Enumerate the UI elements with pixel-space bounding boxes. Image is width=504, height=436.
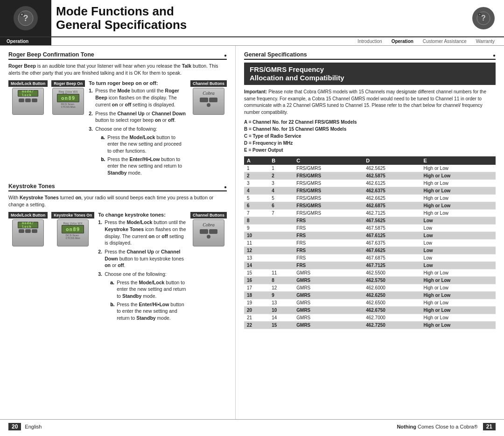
keystroke-instructions: To change keystroke tones: 1.Press the M… [98, 212, 187, 323]
device-label-k1: Mode/Lock Button [8, 212, 48, 218]
table-row: 44FRS/GMRS462.6375High or Low [244, 187, 496, 195]
radio-display-3: Cobra [193, 88, 224, 115]
device-channel-buttons-1: Channel Buttons Cobra [190, 80, 227, 115]
radio-display-k2: Reg ))Vox WX on89 DCS ScanCTCSS Mon [57, 219, 89, 246]
step-3: 3.Choose one of the following: a.Press t… [89, 126, 187, 176]
left-column: Roger Beep Confirmation Tone Roger Beep … [0, 46, 236, 419]
k-step-3: 3.Choose one of the following: a.Press t… [98, 271, 187, 322]
k-sub-b: b.Press the Enter/Hi•Low button to enter… [110, 301, 187, 322]
table-row: 8FRS467.5625Low [244, 217, 496, 225]
col-b-header: B [269, 156, 294, 165]
col-a-header: A [244, 156, 269, 165]
device-label-1: Mode/Lock Button [8, 80, 48, 87]
table-row: 12FRS467.6625Low [244, 247, 496, 254]
nav-customer[interactable]: Customer Assistance [418, 39, 471, 44]
right-column: General Specifications FRS/GMRS Frequenc… [236, 46, 504, 419]
table-row: 1712GMRS462.6000High or Low [244, 284, 496, 292]
table-row: 2010GMRS462.6750High or Low [244, 307, 496, 314]
roger-beep-sub-steps: a.Press the Mode/Lock button to enter th… [95, 134, 187, 176]
radio-display-2: Reg ))Vox WX on89 DCS ScanCTCSS Mon [52, 88, 84, 115]
roger-beep-instruction-title: To turn roger beep on or off: [89, 80, 187, 86]
svg-point-7 [479, 14, 481, 15]
radio-display-1: mode/lock [12, 88, 44, 115]
table-row: 55FRS/GMRS462.6625High or Low [244, 195, 496, 202]
k-sub-a: a.Press the Mode/Lock button to enter th… [110, 279, 187, 300]
col-d-header: D [363, 156, 420, 165]
footer-right: Nothing Comes Close to a Cobra® 21 [397, 423, 496, 430]
header-left-icon: ? [14, 6, 38, 30]
k-step-1: 1.Press the Mode/Lock button until the K… [98, 219, 187, 246]
table-row: 66FRS/GMRS462.6875High or Low [244, 202, 496, 210]
keystroke-header: Keystroke Tones [8, 183, 227, 191]
device-mode-lock-1: Mode/Lock Button mode/lock [8, 80, 48, 115]
col-c-header: C [294, 156, 363, 165]
table-row: 22FRS/GMRS462.5875High or Low [244, 172, 496, 180]
footer-left: 20 English [8, 423, 42, 430]
nav-operation[interactable]: Operation [387, 39, 418, 44]
radio-screen-2: on89 [57, 94, 79, 102]
specs-title: General Specifications [244, 51, 307, 58]
specs-legend: A = Channel No. for 22 Channel FRS/GMRS … [244, 119, 496, 154]
device-roger-beep-on: Roger Beep On Reg ))Vox WX on89 DCS Scan… [51, 80, 85, 115]
page-header: ? Mode Functions and General Specificati… [0, 0, 504, 37]
device-label-3: Channel Buttons [190, 80, 227, 87]
roger-beep-intro: Roger Beep is an audible tone that your … [8, 63, 227, 77]
device-label-k2: Keystroke Tones On [51, 212, 94, 218]
keystroke-title: Keystroke Tones [8, 183, 55, 190]
table-row: 10FRS467.6125Low [244, 232, 496, 239]
keystroke-intro: With Keystroke Tones turned on, your rad… [8, 194, 227, 208]
main-content: Roger Beep Confirmation Tone Roger Beep … [0, 46, 504, 419]
specs-banner: FRS/GMRS Frequency Allocation and Compat… [244, 63, 496, 85]
table-row: 77FRS/GMRS462.7125High or Low [244, 210, 496, 217]
page-title: Mode Functions and General Specification… [56, 5, 472, 31]
nav-bar: Operation Introduction Operation Custome… [0, 37, 504, 46]
nav-left: Operation [0, 37, 51, 45]
step-2: 2.Press the Channel Up or Channel Down b… [89, 110, 187, 124]
table-row: 2215GMRS462.7250High or Low [244, 322, 496, 329]
device-channel-buttons-2: Channel Buttons Cobra [190, 212, 227, 246]
table-row: 14FRS467.7125Low [244, 262, 496, 269]
roger-beep-steps: 1.Press the Mode button until the Roger … [89, 87, 187, 176]
radio-screen-k1: mode/lock [18, 222, 38, 228]
specs-header: General Specifications [244, 51, 496, 60]
header-right: ? [472, 0, 504, 36]
table-row: 33FRS/GMRS462.6125High or Low [244, 180, 496, 187]
keystroke-steps: 1.Press the Mode/Lock button until the K… [98, 219, 187, 322]
step-1: 1.Press the Mode button until the Roger … [89, 87, 187, 108]
device-keystroke-on: Keystroke Tones On Reg ))Vox WX on89 DCS… [51, 212, 94, 246]
page-footer: 20 English Nothing Comes Close to a Cobr… [0, 419, 504, 433]
header-icon-left: ? [0, 0, 51, 36]
radio-screen-k2: on89 [62, 225, 84, 233]
col-e-header: E [421, 156, 496, 165]
table-header-row: A B C D E [244, 156, 496, 165]
nav-introduction[interactable]: Introduction [353, 39, 386, 44]
radio-screen-1: mode/lock [18, 90, 38, 97]
k-step-2: 2.Press the Channel Up or Channel Down b… [98, 248, 187, 269]
keystroke-devices: Mode/Lock Button mode/lock Keystroke Ton… [8, 212, 227, 323]
nav-right: Introduction Operation Customer Assistan… [51, 37, 504, 45]
roger-beep-header: Roger Beep Confirmation Tone [8, 51, 227, 60]
svg-text:?: ? [23, 14, 28, 23]
roger-beep-section: Roger Beep Confirmation Tone Roger Beep … [8, 51, 227, 178]
table-row: 168GMRS462.5750High or Low [244, 277, 496, 284]
svg-text:?: ? [481, 14, 486, 22]
specs-banner-title: FRS/GMRS Frequency Allocation and Compat… [250, 65, 490, 82]
keystroke-section: Keystroke Tones With Keystroke Tones tur… [8, 183, 227, 323]
keystroke-instruction-title: To change keystroke tones: [98, 212, 187, 218]
frequency-table: A B C D E 11FRS/GMRS462.5625High or Low2… [244, 156, 496, 329]
roger-beep-devices: Mode/Lock Button mode/lock Roger Beep On [8, 80, 227, 178]
table-row: 1511GMRS462.5500High or Low [244, 269, 496, 277]
table-row: 2114GMRS462.7000High or Low [244, 314, 496, 322]
radio-display-k1: mode/lock [12, 219, 44, 246]
table-row: 1913GMRS462.6500High or Low [244, 299, 496, 307]
roger-beep-title: Roger Beep Confirmation Tone [8, 51, 94, 58]
nav-warranty[interactable]: Warranty [471, 39, 499, 44]
table-row: 11FRS467.6375Low [244, 239, 496, 247]
table-row: 189GMRS462.6250High or Low [244, 292, 496, 299]
language-label: English [25, 424, 42, 429]
roger-beep-instructions: To turn roger beep on or off: 1.Press th… [89, 80, 187, 178]
svg-point-3 [21, 14, 23, 15]
header-right-icon: ? [472, 7, 495, 29]
radio-display-k3: Cobra [193, 219, 224, 246]
table-row: 9FRS467.5875Low [244, 225, 496, 232]
